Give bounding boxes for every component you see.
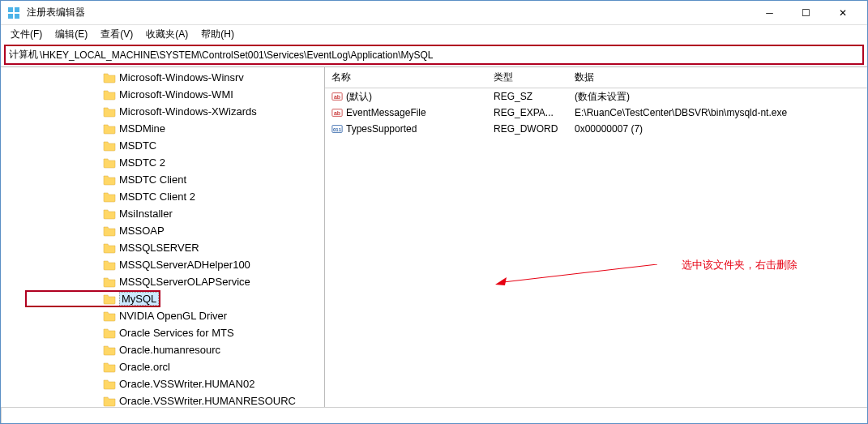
tree-item[interactable]: MSSQLSERVER [1, 239, 324, 256]
folder-icon [103, 378, 116, 391]
tree-item-mysql[interactable]: MySQL [1, 290, 324, 307]
tree-item-label: MSSQLServerADHelper100 [119, 259, 250, 271]
folder-icon [103, 259, 116, 272]
expand-toggle-icon[interactable] [90, 260, 100, 270]
menu-file[interactable]: 文件(F) [4, 26, 49, 43]
tree-item-label: Oracle.orcl [119, 361, 170, 373]
value-string-icon [331, 91, 343, 102]
tree-item[interactable]: MSDTC [1, 137, 324, 154]
expand-toggle-icon[interactable] [90, 226, 100, 236]
tree-item[interactable]: Oracle.humanresourc [1, 341, 324, 358]
folder-icon [103, 208, 116, 221]
titlebar: 注册表编辑器 ─ ☐ ✕ [1, 1, 867, 25]
tree-item-label: MSSOAP [119, 225, 165, 237]
window-title: 注册表编辑器 [27, 6, 751, 19]
expand-toggle-icon[interactable] [90, 158, 100, 168]
expand-toggle-icon[interactable] [90, 175, 100, 185]
value-string-icon [331, 107, 343, 118]
tree-item[interactable]: MSSQLServerOLAPService [1, 273, 324, 290]
tree-item[interactable]: Microsoft-Windows-XWizards [1, 103, 324, 120]
expand-toggle-icon[interactable] [90, 209, 100, 219]
tree-item-label: Oracle.VSSWriter.HUMAN02 [119, 378, 254, 390]
tree-item-label: MSDTC [119, 139, 156, 152]
expand-toggle-icon[interactable] [90, 328, 100, 338]
tree-item[interactable]: Microsoft-Windows-WMI [1, 86, 324, 103]
tree-item-label: NVIDIA OpenGL Driver [119, 310, 227, 322]
app-icon [7, 6, 20, 19]
folder-icon [103, 122, 116, 135]
value-data: (数值未设置) [568, 88, 867, 105]
expand-toggle-icon[interactable] [90, 362, 100, 372]
folder-icon [103, 310, 116, 323]
value-data: E:\RuanCe\TestCenter\DBSVR\bin\mysqld-nt… [568, 105, 867, 120]
list-pane[interactable]: 名称 类型 数据 (默认)REG_SZ(数值未设置)EventMessageFi… [325, 67, 867, 407]
folder-icon [103, 71, 116, 84]
tree-item[interactable]: Oracle.VSSWriter.HUMAN02 [1, 375, 324, 392]
expand-toggle-icon[interactable] [90, 396, 100, 406]
tree-item[interactable]: MSSQLServerADHelper100 [1, 256, 324, 273]
tree-item-label: MsiInstaller [119, 208, 173, 220]
tree-item[interactable]: MSDTC Client [1, 171, 324, 188]
list-row[interactable]: TypesSupportedREG_DWORD0x00000007 (7) [325, 121, 867, 137]
expand-toggle-icon[interactable] [90, 90, 100, 100]
menu-view[interactable]: 查看(V) [94, 26, 139, 43]
expand-toggle-icon[interactable] [90, 345, 100, 355]
col-header-name[interactable]: 名称 [325, 67, 487, 88]
expand-toggle-icon[interactable] [90, 243, 100, 253]
tree-item[interactable]: MsiInstaller [1, 205, 324, 222]
expand-toggle-icon[interactable] [90, 73, 100, 83]
expand-toggle-icon[interactable] [90, 379, 100, 389]
col-header-type[interactable]: 类型 [487, 67, 568, 88]
minimize-button[interactable]: ─ [751, 1, 788, 24]
window-controls: ─ ☐ ✕ [751, 1, 861, 24]
value-name: (默认) [346, 91, 372, 102]
folder-icon [103, 156, 116, 169]
expand-toggle-icon[interactable] [90, 107, 100, 117]
value-binary-icon [331, 123, 343, 135]
tree-item[interactable]: MSDMine [1, 120, 324, 137]
tree-item[interactable]: MSDTC 2 [1, 154, 324, 171]
col-header-data[interactable]: 数据 [568, 67, 867, 88]
maximize-button[interactable]: ☐ [788, 1, 824, 24]
tree-item-label: Oracle Services for MTS [119, 327, 234, 339]
folder-icon [103, 395, 116, 408]
tree-item[interactable]: MSDTC Client 2 [1, 188, 324, 205]
menubar: 文件(F) 编辑(E) 查看(V) 收藏夹(A) 帮助(H) [1, 25, 867, 43]
tree-item[interactable]: MSSOAP [1, 222, 324, 239]
folder-icon [103, 293, 116, 306]
menu-help[interactable]: 帮助(H) [195, 26, 241, 43]
folder-icon [103, 173, 116, 186]
folder-icon [103, 344, 116, 357]
tree-item-label: Oracle.humanresourc [119, 344, 220, 356]
tree-item[interactable]: Oracle.orcl [1, 358, 324, 375]
expand-toggle-icon[interactable] [90, 141, 100, 151]
close-button[interactable]: ✕ [824, 1, 861, 24]
tree-item-label: MSSQLSERVER [119, 242, 199, 254]
list-header: 名称 类型 数据 [325, 67, 867, 88]
address-input[interactable] [40, 49, 859, 61]
tree-item-label: Microsoft-Windows-WMI [119, 88, 233, 101]
value-type: REG_SZ [487, 89, 568, 104]
folder-icon [103, 88, 116, 101]
expand-toggle-icon[interactable] [90, 192, 100, 202]
folder-icon [103, 139, 116, 152]
tree-item[interactable]: Microsoft-Windows-Winsrv [1, 69, 324, 86]
expand-toggle-icon[interactable] [90, 311, 100, 321]
expand-toggle-icon[interactable] [90, 294, 100, 304]
svg-rect-2 [8, 14, 13, 19]
expand-toggle-icon[interactable] [90, 124, 100, 134]
value-name: TypesSupported [346, 123, 417, 135]
tree-item[interactable]: Oracle.VSSWriter.HUMANRESOURC [1, 392, 324, 407]
tree-item[interactable]: NVIDIA OpenGL Driver [1, 307, 324, 324]
tree-item[interactable]: Oracle Services for MTS [1, 324, 324, 341]
tree-item-label: MSDTC Client [119, 173, 186, 186]
menu-edit[interactable]: 编辑(E) [49, 26, 94, 43]
tree-pane[interactable]: Microsoft-Windows-WinsrvMicrosoft-Window… [1, 67, 325, 407]
tree-item-label: MSDTC 2 [119, 156, 165, 169]
list-row[interactable]: (默认)REG_SZ(数值未设置) [325, 88, 867, 105]
expand-toggle-icon[interactable] [90, 277, 100, 287]
folder-icon [103, 105, 116, 118]
tree-item-label: Microsoft-Windows-XWizards [119, 105, 257, 118]
menu-favorites[interactable]: 收藏夹(A) [139, 26, 195, 43]
list-row[interactable]: EventMessageFileREG_EXPA...E:\RuanCe\Tes… [325, 105, 867, 121]
